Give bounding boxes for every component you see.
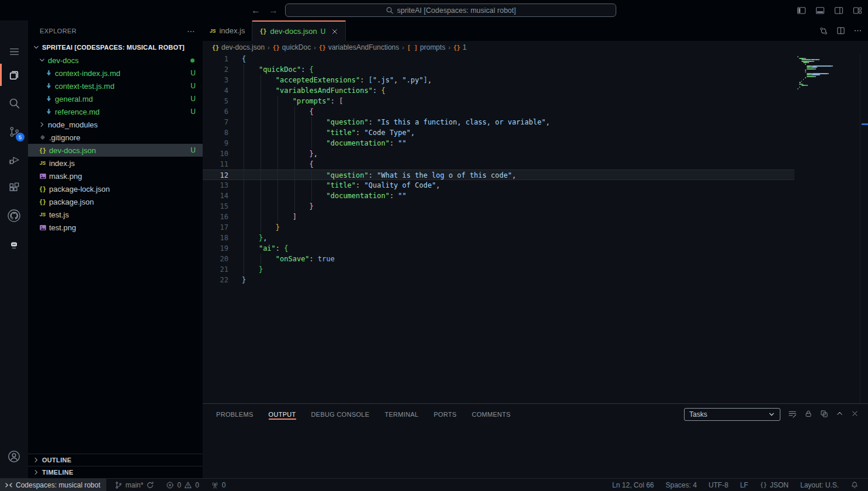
status-layout-u-s[interactable]: Layout: U.S.	[797, 479, 842, 491]
tab-close-icon[interactable]	[331, 28, 338, 35]
code-editor[interactable]: 1{2 "quickDoc": {3 "acceptedExtensions":…	[203, 54, 868, 403]
maximize-panel-icon[interactable]	[836, 410, 843, 419]
overview-ruler[interactable]	[860, 54, 868, 403]
panel-tab-ports[interactable]: PORTS	[433, 406, 456, 423]
panel-tab-debug-console[interactable]: DEBUG CONSOLE	[311, 406, 370, 423]
more-actions-icon[interactable]: ⋯	[187, 26, 196, 36]
code-line-19[interactable]: 19 "ai": {	[203, 243, 794, 254]
tab-dev-docs.json[interactable]: {}dev-docs.jsonU	[252, 20, 346, 41]
split-editor-icon[interactable]	[836, 26, 845, 35]
code-line-3[interactable]: 3 "acceptedExtensions": [".js", ".py"],	[203, 75, 794, 85]
activity-run-and-debug[interactable]	[0, 146, 28, 173]
output-channel-select[interactable]: Tasks	[684, 408, 780, 421]
minimap[interactable]	[794, 54, 860, 403]
activity-explorer[interactable]	[0, 61, 28, 88]
code-line-16[interactable]: 16 ]	[203, 212, 794, 222]
tree-item-general-md[interactable]: general.mdU	[28, 92, 203, 105]
status-codespaces-musical-robot[interactable]: Codespaces: musical robot	[0, 479, 106, 491]
tab-index.js[interactable]: JSindex.js	[203, 20, 252, 41]
tree-item-label: reference.md	[55, 108, 100, 116]
breadcrumb-item[interactable]: {}variablesAndFunctions	[319, 43, 399, 51]
chevron-down-icon	[33, 44, 40, 51]
tree-item-package-lock-json[interactable]: {}package-lock.json	[28, 182, 203, 195]
code-line-2[interactable]: 2 "quickDoc": {	[203, 64, 794, 75]
code-line-6[interactable]: 6 {	[203, 106, 794, 117]
status-bell-icon[interactable]	[847, 479, 862, 491]
breadcrumb-item[interactable]: {}1	[453, 43, 467, 51]
breadcrumb-item[interactable]: {}quickDoc	[273, 43, 311, 51]
more-actions-icon	[853, 26, 862, 35]
tree-item-dev-docs-json[interactable]: {}dev-docs.jsonU	[28, 144, 203, 157]
code-line-8[interactable]: 8 "title": "Code Type",	[203, 127, 794, 138]
status-spaces-4[interactable]: Spaces: 4	[662, 479, 700, 491]
layout-panel-icon[interactable]	[814, 5, 826, 16]
code-line-1[interactable]: 1{	[203, 54, 794, 64]
status-0[interactable]: 00	[162, 479, 202, 491]
compare-changes-icon	[819, 26, 828, 36]
layout-customize-icon[interactable]	[852, 5, 863, 16]
code-line-20[interactable]: 20 "onSave": true	[203, 254, 794, 264]
close-panel-icon[interactable]	[851, 410, 859, 419]
compare-changes-icon[interactable]	[819, 26, 828, 36]
clear-output-icon[interactable]	[788, 410, 797, 419]
tree-item-context-index-js-md[interactable]: context-index.js.mdU	[28, 67, 203, 79]
modified-badge: U	[190, 95, 196, 103]
panel-tab-output[interactable]: OUTPUT	[269, 406, 296, 423]
code-line-10[interactable]: 10 },	[203, 148, 794, 159]
lock-icon[interactable]	[804, 410, 813, 419]
tree-item-spriteai-codespaces-musical-robot-[interactable]: SPRITEAI [CODESPACES: MUSICAL ROBOT]	[28, 41, 203, 54]
status-0[interactable]: 0	[207, 479, 230, 491]
section-outline[interactable]: OUTLINE	[28, 454, 203, 466]
code-line-12[interactable]: 12 "question": "What is the log o of thi…	[203, 170, 794, 180]
code-text: "question": "What is the log o of this c…	[242, 170, 516, 181]
activity-extensions[interactable]	[0, 174, 28, 201]
status-json[interactable]: {}JSON	[756, 479, 792, 491]
panel-tab-comments[interactable]: COMMENTS	[472, 406, 511, 423]
code-line-15[interactable]: 15 }	[203, 201, 794, 212]
tree-item-index-js[interactable]: JSindex.js	[28, 157, 203, 170]
code-line-21[interactable]: 21 }	[203, 264, 794, 275]
nav-back-icon[interactable]: ←	[251, 5, 261, 16]
code-line-18[interactable]: 18 },	[203, 233, 794, 243]
tree-item-test-js[interactable]: JStest.js	[28, 208, 203, 221]
activity-search[interactable]	[0, 89, 28, 116]
layout-sidebar-right-icon[interactable]	[833, 5, 845, 16]
activity-dev-docs-extension[interactable]	[0, 232, 28, 259]
code-line-7[interactable]: 7 "question": "Is this a function, class…	[203, 117, 794, 127]
code-line-13[interactable]: 13 "title": "Quality of Code",	[203, 180, 794, 191]
command-center-search[interactable]: spriteAI [Codespaces: musical robot]	[285, 4, 616, 17]
tree-item--gitignore[interactable]: .gitignore	[28, 131, 203, 144]
tree-item-package-json[interactable]: {}package.json	[28, 195, 203, 208]
status-lf[interactable]: LF	[737, 479, 752, 491]
code-line-11[interactable]: 11 {	[203, 159, 794, 170]
status-main[interactable]: main*	[111, 479, 158, 491]
status-ln-12-col-66[interactable]: Ln 12, Col 66	[609, 479, 657, 491]
code-line-14[interactable]: 14 "documentation": ""	[203, 191, 794, 201]
panel-tab-problems[interactable]: PROBLEMS	[216, 406, 254, 423]
tree-item-label: general.md	[55, 95, 93, 103]
panel-tab-terminal[interactable]: TERMINAL	[384, 406, 418, 423]
tree-item-test-png[interactable]: test.png	[28, 221, 203, 234]
activity-accounts[interactable]	[0, 443, 28, 470]
more-actions-icon[interactable]	[853, 26, 862, 35]
code-line-22[interactable]: 22}	[203, 275, 794, 285]
activity-github[interactable]	[0, 202, 28, 229]
tree-item-node-modules[interactable]: node_modules	[28, 118, 203, 131]
layout-sidebar-icon[interactable]	[796, 5, 807, 16]
nav-forward-icon[interactable]: →	[269, 5, 278, 16]
tree-item-context-test-js-md[interactable]: context-test.js.mdU	[28, 79, 203, 92]
activity-source-control[interactable]: 5	[0, 118, 28, 145]
bottom-panel: PROBLEMSOUTPUTDEBUG CONSOLETERMINALPORTS…	[203, 403, 868, 478]
breadcrumb-item[interactable]: {}dev-docs.json	[212, 43, 265, 51]
tree-item-dev-docs[interactable]: dev-docs	[28, 54, 203, 67]
code-line-5[interactable]: 5 "prompts": [	[203, 96, 794, 106]
section-timeline[interactable]: TIMELINE	[28, 466, 203, 478]
code-line-17[interactable]: 17 }	[203, 222, 794, 233]
tree-item-reference-md[interactable]: reference.mdU	[28, 105, 203, 118]
tree-item-mask-png[interactable]: mask.png	[28, 170, 203, 182]
code-line-4[interactable]: 4 "variablesAndFunctions": {	[203, 85, 794, 96]
code-line-9[interactable]: 9 "documentation": ""	[203, 138, 794, 148]
open-output-editor-icon[interactable]	[820, 410, 828, 419]
breadcrumb-item[interactable]: [ ]prompts	[407, 43, 445, 51]
status-utf-8[interactable]: UTF-8	[705, 479, 732, 491]
